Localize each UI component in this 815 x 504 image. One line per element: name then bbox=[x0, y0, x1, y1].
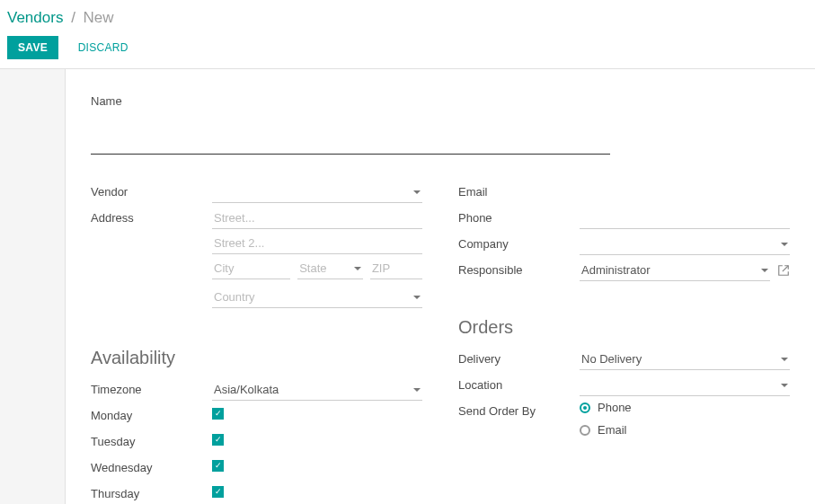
thursday-label: Thursday bbox=[91, 483, 212, 500]
tuesday-checkbox[interactable] bbox=[212, 434, 224, 446]
street-input[interactable] bbox=[212, 208, 422, 229]
form-sheet: Name Vendor Address bbox=[65, 69, 815, 504]
monday-checkbox[interactable] bbox=[212, 408, 224, 420]
phone-label: Phone bbox=[458, 208, 580, 225]
tuesday-label: Tuesday bbox=[91, 431, 212, 448]
delivery-input[interactable] bbox=[580, 349, 790, 370]
external-link-icon[interactable] bbox=[777, 264, 790, 277]
wednesday-label: Wednesday bbox=[91, 457, 212, 474]
sendby-email-radio[interactable] bbox=[580, 425, 590, 436]
timezone-input[interactable] bbox=[212, 379, 422, 401]
timezone-label: Timezone bbox=[91, 379, 212, 396]
sendby-phone-radio[interactable] bbox=[580, 402, 590, 413]
company-label: Company bbox=[458, 234, 580, 251]
responsible-input[interactable] bbox=[580, 260, 770, 281]
location-label: Location bbox=[458, 375, 580, 392]
email-label: Email bbox=[458, 181, 580, 199]
sendby-phone-label: Phone bbox=[598, 401, 632, 414]
breadcrumb-current: New bbox=[84, 9, 114, 26]
availability-title: Availability bbox=[91, 348, 422, 368]
monday-label: Monday bbox=[91, 405, 212, 422]
breadcrumb-sep: / bbox=[71, 9, 75, 26]
phone-input[interactable] bbox=[580, 208, 790, 229]
name-label: Name bbox=[91, 94, 790, 108]
vendor-input[interactable] bbox=[212, 181, 422, 203]
action-bar: SAVE DISCARD bbox=[0, 32, 815, 68]
thursday-checkbox[interactable] bbox=[212, 486, 224, 498]
zip-input[interactable] bbox=[370, 258, 422, 279]
name-input[interactable] bbox=[91, 115, 610, 155]
save-button[interactable]: SAVE bbox=[7, 36, 58, 59]
orders-title: Orders bbox=[458, 317, 790, 338]
vendor-label: Vendor bbox=[91, 181, 212, 199]
sendby-email-label: Email bbox=[598, 423, 627, 437]
street2-input[interactable] bbox=[212, 233, 422, 254]
city-input[interactable] bbox=[212, 258, 290, 279]
address-label: Address bbox=[91, 208, 212, 225]
breadcrumb-vendors[interactable]: Vendors bbox=[7, 9, 63, 26]
responsible-label: Responsible bbox=[458, 260, 580, 277]
discard-button[interactable]: DISCARD bbox=[67, 36, 139, 59]
wednesday-checkbox[interactable] bbox=[212, 460, 224, 472]
country-input[interactable] bbox=[212, 287, 422, 308]
sendby-label: Send Order By bbox=[458, 401, 580, 418]
company-input[interactable] bbox=[580, 234, 790, 255]
delivery-label: Delivery bbox=[458, 349, 580, 366]
breadcrumb: Vendors / New bbox=[0, 0, 815, 32]
location-input[interactable] bbox=[580, 375, 790, 396]
state-input[interactable] bbox=[297, 258, 363, 279]
email-input[interactable] bbox=[580, 181, 790, 202]
